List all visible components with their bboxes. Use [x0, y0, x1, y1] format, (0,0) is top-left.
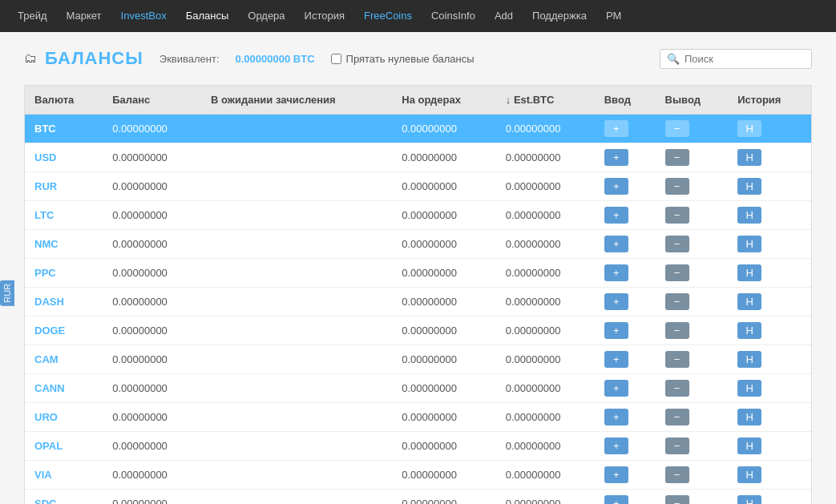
withdraw-button-CANN[interactable]: −: [665, 380, 689, 397]
nav-item-freecoins[interactable]: FreeCoins: [354, 0, 422, 32]
withdraw-button-DOGE[interactable]: −: [665, 322, 689, 339]
currency-link-OPAL[interactable]: OPAL: [34, 440, 63, 452]
history-button-SDC[interactable]: H: [737, 495, 761, 504]
nav-item-balances[interactable]: Балансы: [176, 0, 239, 32]
equiv-label: Эквивалент:: [160, 53, 220, 65]
orders-cell: 0.00000000: [392, 374, 496, 403]
est-btc-cell: 0.00000000: [496, 345, 595, 374]
deposit-button-NMC[interactable]: +: [604, 236, 628, 252]
est-btc-cell: 0.00000000: [496, 288, 595, 317]
withdraw-button-PPC[interactable]: −: [665, 264, 689, 281]
nav-item-market[interactable]: Маркет: [57, 0, 111, 32]
history-button-DOGE[interactable]: H: [737, 322, 761, 339]
page-title-section: 🗂 БАЛАНСЫ: [24, 48, 143, 69]
history-button-BTC[interactable]: H: [737, 120, 761, 137]
currency-link-DASH[interactable]: DASH: [34, 296, 64, 308]
col-header-withdraw: Вывод: [656, 86, 729, 115]
nav-item-orders[interactable]: Ордера: [238, 0, 294, 32]
currency-link-RUR[interactable]: RUR: [34, 180, 57, 192]
deposit-button-RUR[interactable]: +: [604, 178, 628, 195]
nav-item-investbox[interactable]: InvestBox: [111, 0, 176, 32]
deposit-button-SDC[interactable]: +: [604, 495, 628, 504]
withdraw-button-BTC[interactable]: −: [665, 120, 689, 137]
currency-link-USD[interactable]: USD: [34, 151, 56, 163]
history-button-VIA[interactable]: H: [737, 466, 761, 483]
history-button-PPC[interactable]: H: [737, 264, 761, 281]
history-cell: H: [728, 403, 811, 432]
est-btc-cell: 0.00000000: [496, 317, 595, 345]
pending-cell: [201, 143, 392, 172]
est-btc-cell: 0.00000000: [496, 259, 595, 288]
nav-item-add[interactable]: Add: [485, 0, 523, 32]
nav-item-support[interactable]: Поддержка: [523, 0, 596, 32]
nav-item-history[interactable]: История: [295, 0, 354, 32]
currency-link-DOGE[interactable]: DOGE: [34, 325, 65, 337]
withdraw-button-VIA[interactable]: −: [665, 466, 689, 483]
nav-item-pm[interactable]: PM: [596, 0, 632, 32]
balance-cell: 0.00000000: [103, 115, 201, 143]
currency-link-SDC[interactable]: SDC: [34, 498, 56, 504]
history-cell: H: [728, 432, 811, 461]
nav-item-coinsinfo[interactable]: CoinsInfo: [422, 0, 485, 32]
deposit-button-CAM[interactable]: +: [604, 351, 628, 368]
history-button-CANN[interactable]: H: [737, 380, 761, 397]
withdraw-button-NMC[interactable]: −: [665, 236, 689, 252]
side-tab[interactable]: RUR: [0, 280, 14, 306]
deposit-button-PPC[interactable]: +: [604, 264, 628, 281]
deposit-button-CANN[interactable]: +: [604, 380, 628, 397]
currency-cell: NMC: [25, 230, 103, 259]
hide-zero-checkbox[interactable]: [331, 54, 341, 64]
search-input[interactable]: [685, 53, 805, 65]
history-button-URO[interactable]: H: [737, 409, 761, 425]
withdraw-button-USD[interactable]: −: [665, 149, 689, 166]
currency-link-NMC[interactable]: NMC: [34, 238, 59, 250]
history-button-CAM[interactable]: H: [737, 351, 761, 368]
hide-zero-section: Прятать нулевые балансы: [331, 53, 475, 65]
withdraw-button-RUR[interactable]: −: [665, 178, 689, 195]
withdraw-button-SDC[interactable]: −: [665, 495, 689, 504]
balance-cell: 0.00000000: [103, 259, 201, 288]
orders-cell: 0.00000000: [392, 172, 496, 201]
withdraw-button-LTC[interactable]: −: [665, 207, 689, 224]
deposit-button-VIA[interactable]: +: [604, 466, 628, 483]
deposit-button-LTC[interactable]: +: [604, 207, 628, 224]
nav-item-trade[interactable]: Трейд: [8, 0, 57, 32]
header-row: ВалютаБалансВ ожидании зачисленияНа орде…: [25, 86, 811, 115]
deposit-button-OPAL[interactable]: +: [604, 437, 628, 454]
withdraw-button-CAM[interactable]: −: [665, 351, 689, 368]
balance-cell: 0.00000000: [103, 172, 201, 201]
withdraw-button-OPAL[interactable]: −: [665, 437, 689, 454]
withdraw-button-DASH[interactable]: −: [665, 293, 689, 310]
history-button-OPAL[interactable]: H: [737, 437, 761, 454]
deposit-button-USD[interactable]: +: [604, 149, 628, 166]
deposit-cell: +: [595, 317, 656, 345]
withdraw-cell: −: [656, 172, 729, 201]
currency-cell: CANN: [25, 374, 103, 403]
currency-link-VIA[interactable]: VIA: [34, 469, 52, 481]
pending-cell: [201, 345, 392, 374]
est-btc-cell: 0.00000000: [496, 374, 595, 403]
withdraw-button-URO[interactable]: −: [665, 409, 689, 425]
history-button-NMC[interactable]: H: [737, 236, 761, 252]
currency-cell: DASH: [25, 288, 103, 317]
table-row: BTC0.000000000.000000000.00000000+−H: [25, 115, 811, 143]
orders-cell: 0.00000000: [392, 201, 496, 230]
history-button-RUR[interactable]: H: [737, 178, 761, 195]
currency-link-BTC[interactable]: BTC: [34, 123, 56, 135]
balance-cell: 0.00000000: [103, 230, 201, 259]
deposit-button-DASH[interactable]: +: [604, 293, 628, 310]
deposit-button-BTC[interactable]: +: [604, 120, 628, 137]
deposit-button-DOGE[interactable]: +: [604, 322, 628, 339]
currency-link-LTC[interactable]: LTC: [34, 209, 54, 221]
currency-link-URO[interactable]: URO: [34, 411, 58, 423]
currency-link-CAM[interactable]: CAM: [34, 353, 59, 365]
pending-cell: [201, 230, 392, 259]
deposit-button-URO[interactable]: +: [604, 409, 628, 425]
history-button-LTC[interactable]: H: [737, 207, 761, 224]
history-button-USD[interactable]: H: [737, 149, 761, 166]
currency-link-CANN[interactable]: CANN: [34, 382, 65, 394]
table-row: LTC0.000000000.000000000.00000000+−H: [25, 201, 811, 230]
history-button-DASH[interactable]: H: [737, 293, 761, 310]
currency-link-PPC[interactable]: PPC: [34, 267, 56, 279]
currency-cell: CAM: [25, 345, 103, 374]
